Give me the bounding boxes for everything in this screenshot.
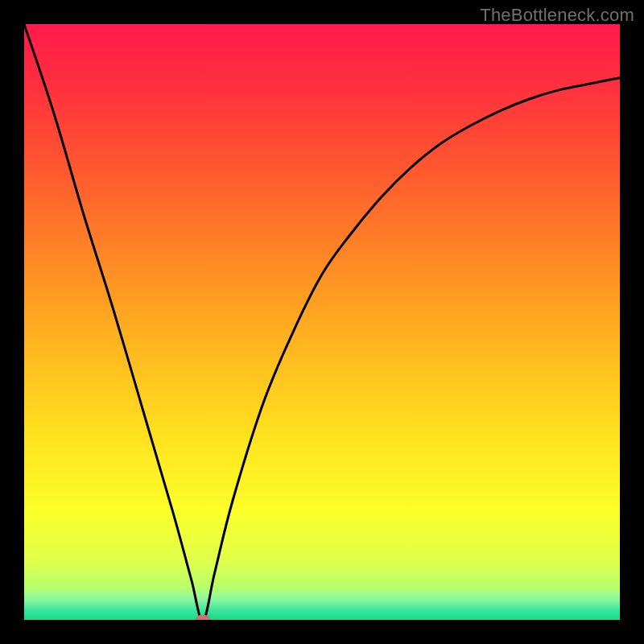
gradient-background <box>24 24 620 620</box>
watermark-text: TheBottleneck.com <box>480 5 634 26</box>
chart-svg <box>24 24 620 620</box>
plot-area <box>24 24 620 620</box>
notch-marker <box>196 615 210 620</box>
